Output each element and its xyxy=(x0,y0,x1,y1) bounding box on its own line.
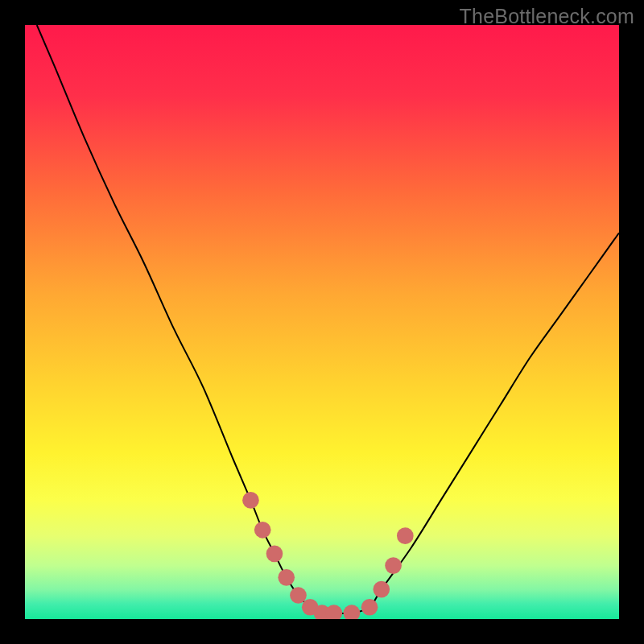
bottleneck-curve xyxy=(25,25,619,619)
curve-marker xyxy=(278,569,295,586)
curve-marker xyxy=(344,605,361,619)
curve-marker xyxy=(254,522,271,539)
curve-marker xyxy=(373,581,390,598)
curve-marker xyxy=(290,587,307,604)
curve-marker xyxy=(397,527,414,544)
chart-frame xyxy=(25,25,619,619)
curve-marker xyxy=(385,557,402,574)
curve-marker xyxy=(266,545,283,562)
curve-marker xyxy=(242,492,259,509)
curve-marker xyxy=(361,599,378,616)
curve-marker xyxy=(325,605,342,619)
